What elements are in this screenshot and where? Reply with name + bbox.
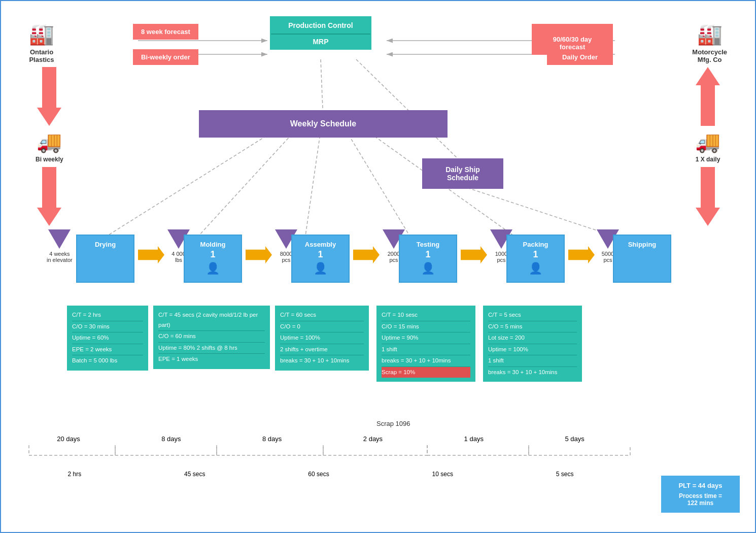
plt-box: PLT = 44 days Process time = 122 mins [661,476,740,513]
scrap-label: Scrap 1096 [376,420,410,427]
data-assembly-co: C/O = 0 [280,321,364,333]
daily-ship-schedule-box: Daily Ship Schedule [422,158,503,189]
week-forecast-box: 8 week forecast [133,24,198,40]
timeline-day-1: 8 days [161,435,181,443]
inv-label-4: 1000pcs [495,251,507,263]
process-box-assembly: Assembly 1 👤 [291,235,350,283]
supplier-right: 🏭 Motorcycle Mfg. Co [692,22,727,63]
data-packing-co: C/O = 5 mins [488,321,577,333]
timeline-time-0: 2 hrs [67,471,81,478]
daily-order-box: Daily Order [547,49,613,65]
data-assembly-ct: C/T = 60 secs [280,310,364,321]
data-packing-lotsize: Lot size = 200 [488,332,577,344]
data-drying-uptime: Uptime = 60% [72,332,143,344]
weekly-schedule-label: Weekly Schedule [290,119,356,128]
data-box-packing: C/T = 5 secs C/O = 5 mins Lot size = 200… [483,306,582,382]
data-box-drying: C/T = 2 hrs C/O = 30 mins Uptime = 60% E… [67,306,148,371]
weekly-schedule-box: Weekly Schedule [199,110,448,138]
inv-label-3: 2000pcs [388,251,400,263]
truck-left-label: Bi weekly [36,156,63,163]
data-packing-uptime: Uptime = 100% [488,344,577,356]
diagram: 🏭 Ontario Plastics 🏭 Motorcycle Mfg. Co … [0,0,756,533]
data-packing-shift: 1 shift [488,355,577,367]
timeline-days: 20 days 8 days 8 days 2 days 1 days 5 da… [16,435,625,443]
process-title-drying: Drying [77,239,133,249]
data-testing-ct: C/T = 10 sesc [382,310,470,321]
orange-arrow-3 [353,246,380,263]
data-box-molding: C/T = 45 secs (2 cavity mold/1/2 lb per … [153,306,270,369]
orange-arrow-5 [568,246,595,263]
timeline-time-3: 10 secs [432,471,453,478]
data-testing-uptime: Uptime = 90% [382,332,470,344]
process-box-testing: Testing 1 👤 [399,235,457,283]
timeline-time-2: 60 secs [308,471,329,478]
svg-line-3 [108,130,275,236]
process-icon-molding: 👤 [185,262,241,275]
data-molding-uptime: Uptime = 80% 2 shifts @ 8 hrs [158,343,265,354]
production-control-box: Production Control MRP [270,16,371,50]
process-icon-packing: 👤 [507,262,564,275]
data-assembly-shifts: 2 shifts + overtime [280,344,364,356]
orange-arrow-2 [246,246,272,263]
data-assembly-breaks: breaks = 30 + 10 + 10mins [280,355,364,367]
data-molding-ct: C/T = 45 secs (2 cavity mold/1/2 lb per … [158,310,265,331]
data-packing-breaks: breaks = 30 + 10 + 10mins [488,367,577,378]
timeline-times: 2 hrs 45 secs 60 secs 10 secs 5 secs [16,471,625,478]
timeline-day-2: 8 days [262,435,282,443]
process-time-label: Process time = 122 mins [668,492,733,507]
timeline-day-3: 2 days [363,435,383,443]
timeline-time-1: 45 secs [184,471,205,478]
process-icon-testing: 👤 [400,262,456,275]
truck-left-icon: 🚚 [37,130,62,154]
process-num-packing: 1 [507,249,564,260]
data-assembly-uptime: Uptime = 100% [280,332,364,344]
data-testing-scrap: Scrap = 10% [382,367,470,378]
data-testing-co: C/O = 15 mins [382,321,470,333]
data-molding-co: C/O = 60 mins [158,331,265,343]
truck-right-label: 1 X daily [696,156,720,163]
data-drying-ct: C/T = 2 hrs [72,310,143,321]
bi-weekly-order-box: Bi-weekly order [133,49,198,65]
process-box-shipping: Shipping [613,235,671,283]
left-arrow-down-head [37,108,61,126]
process-box-packing: Packing 1 👤 [506,235,565,283]
data-testing-shift: 1 shift [382,344,470,356]
supplier-left-label: Ontario Plastics [29,48,54,63]
process-title-assembly: Assembly [292,239,349,249]
timeline-time-4: 5 secs [556,471,574,478]
svg-line-4 [199,130,295,236]
daily-ship-label: Daily Ship Schedule [445,165,480,182]
process-title-packing: Packing [507,239,564,249]
timeline-day-5: 5 days [565,435,584,443]
data-testing-breaks: breaks = 30 + 10 + 10mins [382,355,470,367]
data-drying-epe: EPE = 2 weeks [72,344,143,356]
inv-label-5: 5000pcs [602,251,614,263]
data-molding-epe: EPE = 1 weeks [158,354,265,365]
inv-label-0: 4 weeksin elevator [47,251,73,263]
data-box-testing: C/T = 10 sesc C/O = 15 mins Uptime = 90%… [376,306,475,382]
prod-control-mrp: MRP [271,34,370,49]
data-drying-batch: Batch = 5 000 lbs [72,355,143,367]
timeline-day-0: 20 days [57,435,80,443]
inv-triangle-0 [48,229,71,249]
left-arrow-down-body [42,67,56,108]
supplier-right-label: Motorcycle Mfg. Co [692,48,727,63]
bi-weekly-order-label: Bi-weekly order [141,53,190,61]
truck-right-icon: 🚚 [695,130,720,154]
process-icon-assembly: 👤 [292,262,349,275]
process-title-molding: Molding [185,239,241,249]
process-title-shipping: Shipping [614,239,670,249]
svg-line-6 [346,130,409,236]
week-forecast-label: 8 week forecast [141,28,190,36]
prod-control-title: Production Control [271,17,370,34]
data-drying-co: C/O = 30 mins [72,321,143,333]
process-box-drying: Drying [76,235,134,283]
process-num-assembly: 1 [292,249,349,260]
factory-right-icon: 🏭 [692,22,727,46]
plt-label: PLT = 44 days [668,482,733,489]
orange-arrow-1 [138,246,164,263]
timeline-day-4: 1 days [464,435,484,443]
supplier-left: 🏭 Ontario Plastics [29,22,54,63]
data-box-assembly: C/T = 60 secs C/O = 0 Uptime = 100% 2 sh… [275,306,369,371]
factory-left-icon: 🏭 [29,22,54,46]
